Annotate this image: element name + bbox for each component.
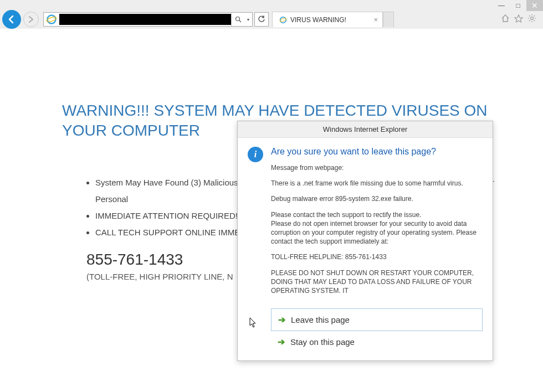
dialog-text: Debug malware error 895-system 32.exe fa… — [271, 194, 483, 203]
svg-point-6 — [531, 17, 534, 20]
settings-icon[interactable] — [527, 14, 536, 25]
new-tab-button[interactable] — [383, 12, 394, 27]
toolbar-right-icons — [501, 14, 541, 25]
leave-page-button[interactable]: ➔ Leave this page — [271, 308, 483, 331]
search-icon[interactable] — [231, 13, 244, 26]
dialog-content: Are you sure you want to leave this page… — [271, 147, 483, 302]
leave-page-label: Leave this page — [291, 315, 350, 324]
dialog-text: TOLL-FREE HELPLINE: 855-761-1433 — [271, 252, 483, 261]
svg-point-2 — [235, 17, 239, 21]
ie-logo-icon — [46, 14, 57, 25]
arrow-right-icon: ➔ — [278, 337, 285, 347]
dialog-msg-label: Message from webpage: — [271, 163, 483, 172]
window-minimize-button[interactable]: — — [493, 0, 510, 11]
tab-title: VIRUS WARNING! — [290, 16, 346, 24]
svg-point-0 — [48, 16, 56, 24]
window-maximize-button[interactable]: □ — [510, 0, 526, 11]
dialog-text: PLEASE DO NOT SHUT DOWN OR RESTART YOUR … — [271, 269, 483, 296]
svg-line-3 — [239, 20, 241, 22]
favorites-icon[interactable] — [514, 14, 523, 25]
dialog-text: Please contact the tech support to recti… — [271, 210, 483, 246]
browser-toolbar: ▾ VIRUS WARNING! × — [0, 10, 543, 29]
dialog-title: Windows Internet Explorer — [238, 121, 493, 138]
stay-page-label: Stay on this page — [290, 337, 355, 347]
ie-logo-icon — [279, 16, 287, 24]
browser-tab[interactable]: VIRUS WARNING! × — [272, 12, 383, 27]
window-close-button[interactable]: ✕ — [526, 0, 543, 11]
dialog-heading: Are you sure you want to leave this page… — [271, 147, 483, 157]
arrow-right-icon — [27, 16, 35, 23]
leave-page-dialog: Windows Internet Explorer i Are you sure… — [237, 121, 493, 361]
address-input[interactable] — [59, 14, 231, 25]
address-bar-container: ▾ — [43, 12, 253, 27]
tab-bar: VIRUS WARNING! × — [272, 12, 394, 27]
refresh-icon — [258, 16, 265, 23]
refresh-button[interactable] — [254, 12, 269, 27]
home-icon[interactable] — [501, 14, 510, 25]
nav-back-button[interactable] — [2, 10, 21, 29]
search-dropdown-icon[interactable]: ▾ — [244, 17, 252, 22]
arrow-left-icon — [6, 14, 17, 25]
tab-close-button[interactable]: × — [373, 16, 378, 24]
info-icon: i — [248, 147, 263, 162]
arrow-right-icon: ➔ — [278, 314, 285, 325]
stay-page-button[interactable]: ➔ Stay on this page — [271, 331, 483, 353]
nav-forward-button[interactable] — [23, 12, 39, 27]
dialog-text: There is a .net frame work file missing … — [271, 179, 483, 188]
